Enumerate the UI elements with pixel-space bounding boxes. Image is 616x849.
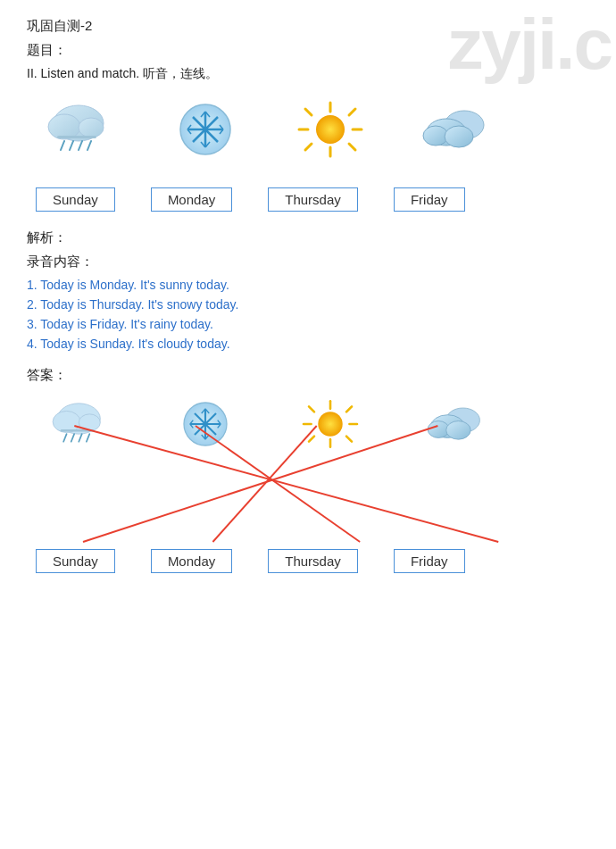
svg-line-60 (346, 436, 352, 441)
days-row-question: Sunday Monday Thursday Friday (27, 187, 589, 212)
answer-section: Sunday Monday Thursday Friday (27, 395, 589, 573)
svg-point-63 (318, 412, 342, 436)
day-sunday: Sunday (36, 187, 115, 212)
svg-point-2 (79, 118, 104, 137)
answer-day-monday: Monday (151, 549, 232, 573)
rain-icon (45, 98, 116, 161)
svg-line-26 (349, 144, 355, 150)
sentence-4: 4. Today is Sunday. It's cloudy today. (27, 337, 589, 351)
sentence-2: 2. Today is Thursday. It's snowy today. (27, 297, 589, 312)
answer-day-thursday: Thursday (268, 549, 358, 573)
answer-day-sunday: Sunday (36, 549, 115, 573)
svg-line-62 (309, 436, 314, 441)
answer-sun-icon (295, 395, 366, 453)
day-friday: Friday (394, 187, 465, 212)
svg-point-29 (316, 115, 345, 144)
svg-point-67 (446, 420, 470, 439)
svg-line-40 (79, 434, 81, 442)
svg-line-38 (63, 434, 66, 442)
svg-line-39 (71, 434, 74, 442)
svg-line-61 (346, 406, 352, 412)
svg-rect-3 (57, 136, 96, 138)
svg-line-6 (79, 141, 82, 150)
answer-cloud-icon (420, 395, 491, 453)
svg-point-1 (48, 114, 80, 139)
subject-label: 题目： (27, 42, 589, 59)
svg-line-27 (349, 109, 355, 115)
sentences-list: 1. Today is Monday. It's sunny today. 2.… (27, 278, 589, 351)
answer-weather-row (27, 395, 589, 453)
sentence-1: 1. Today is Monday. It's sunny today. (27, 278, 589, 292)
snow-icon (170, 98, 241, 161)
svg-point-33 (445, 126, 473, 147)
svg-line-5 (70, 141, 73, 150)
svg-line-25 (305, 109, 312, 115)
recording-label: 录音内容： (27, 254, 589, 271)
svg-point-36 (79, 413, 100, 430)
answer-rain-icon (45, 395, 116, 453)
svg-line-4 (61, 141, 64, 150)
page-title: 巩固自测-2 (27, 18, 589, 35)
answer-days-row: Sunday Monday Thursday Friday (27, 549, 589, 573)
sun-icon (295, 98, 366, 161)
day-monday: Monday (151, 187, 232, 212)
svg-line-7 (87, 141, 91, 150)
instruction-text: II. Listen and match. 听音，连线。 (27, 66, 589, 82)
sentence-3: 3. Today is Friday. It's rainy today. (27, 317, 589, 331)
answer-day-friday: Friday (394, 549, 465, 573)
svg-point-35 (53, 411, 80, 432)
svg-line-28 (305, 144, 312, 150)
svg-rect-37 (61, 429, 95, 432)
cloud-icon (420, 98, 491, 161)
weather-icons-row (27, 98, 589, 161)
svg-line-41 (87, 434, 89, 442)
day-thursday: Thursday (268, 187, 358, 212)
answer-label: 答案： (27, 367, 589, 384)
answer-snow-icon (170, 395, 241, 453)
svg-line-59 (309, 406, 314, 412)
analysis-label: 解析： (27, 229, 589, 246)
